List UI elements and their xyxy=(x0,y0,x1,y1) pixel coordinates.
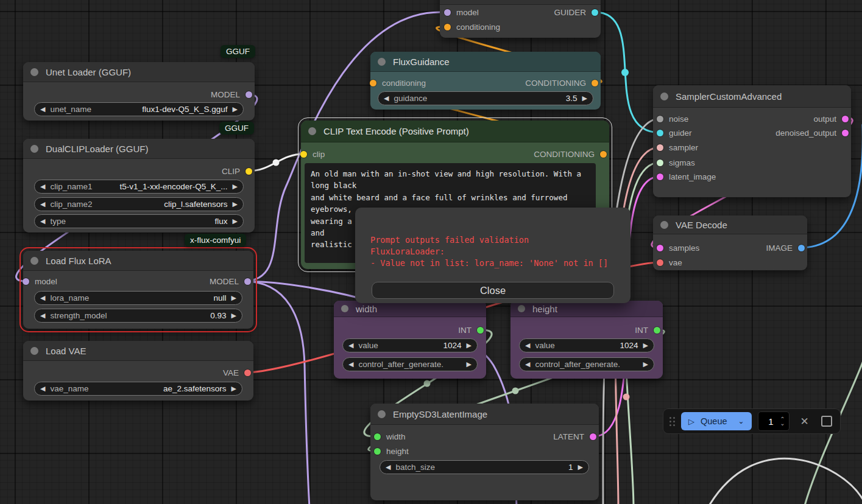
chevron-down-icon[interactable]: ⌄ xyxy=(738,417,744,425)
node-load-flux-lora-header[interactable]: Load Flux LoRA xyxy=(23,251,253,271)
decrement-arrow-icon[interactable]: ◀ xyxy=(525,342,530,349)
sigmas-port-icon[interactable] xyxy=(657,159,663,166)
output-denoised-output[interactable]: denoised_output xyxy=(775,126,849,139)
collapse-dot-icon[interactable] xyxy=(660,221,668,229)
input-guider[interactable]: guider xyxy=(657,126,692,139)
drag-handle-icon[interactable] xyxy=(669,417,675,426)
collapse-dot-icon[interactable] xyxy=(341,305,348,312)
node-guider[interactable]: model conditioning GUIDER xyxy=(440,0,601,38)
increment-arrow-icon[interactable]: ▶ xyxy=(467,342,472,349)
close-button[interactable]: Close xyxy=(372,282,614,299)
decrement-arrow-icon[interactable]: ◀ xyxy=(40,201,45,208)
collapse-dot-icon[interactable] xyxy=(518,305,525,312)
collapse-dot-icon[interactable] xyxy=(30,257,38,265)
latent-port-icon[interactable] xyxy=(657,173,663,180)
stop-icon[interactable] xyxy=(821,416,832,427)
vae-port-icon[interactable] xyxy=(244,369,251,376)
latent-port-icon[interactable] xyxy=(590,433,596,440)
increment-arrow-icon[interactable]: ▶ xyxy=(467,361,472,368)
output-vae[interactable]: VAE xyxy=(223,366,251,379)
widget-lora-name[interactable]: ◀ lora_name null ▶ xyxy=(34,291,242,305)
queue-button[interactable]: ▷ Queue ⌄ xyxy=(681,412,752,430)
clear-queue-icon[interactable]: ✕ xyxy=(800,415,809,428)
input-conditioning[interactable]: conditioning xyxy=(370,76,426,89)
node-width-header[interactable]: width xyxy=(334,301,486,317)
input-samples[interactable]: samples xyxy=(657,241,699,254)
model-port-icon[interactable] xyxy=(246,91,252,98)
collapse-dot-icon[interactable] xyxy=(378,410,386,418)
node-load-vae-header[interactable]: Load VAE xyxy=(23,341,253,361)
collapse-dot-icon[interactable] xyxy=(30,347,38,355)
node-load-vae[interactable]: Load VAE VAE ◀ vae_name ae_2.safetensors… xyxy=(23,341,253,401)
input-width[interactable]: width xyxy=(374,430,406,443)
sampler-port-icon[interactable] xyxy=(657,144,663,151)
latent-port-icon[interactable] xyxy=(657,245,663,251)
vae-port-icon[interactable] xyxy=(657,259,663,266)
node-load-flux-lora[interactable]: Load Flux LoRA model MODEL ◀ lora_name n… xyxy=(23,251,253,329)
node-guider-header[interactable] xyxy=(440,0,601,5)
node-vae-decode[interactable]: VAE Decode samples vae IMAGE xyxy=(653,215,807,270)
widget-clip-name1[interactable]: ◀ clip_name1 t5-v1_1-xxl-encoder-Q5_K_..… xyxy=(34,180,244,194)
input-noise[interactable]: noise xyxy=(657,112,688,125)
collapse-dot-icon[interactable] xyxy=(308,127,316,135)
node-unet-loader[interactable]: Unet Loader (GGUF) MODEL ◀ unet_name flu… xyxy=(23,62,255,121)
increment-arrow-icon[interactable]: ▶ xyxy=(233,183,238,190)
conditioning-port-icon[interactable] xyxy=(592,80,598,86)
input-sampler[interactable]: sampler xyxy=(657,141,698,154)
decrement-arrow-icon[interactable]: ◀ xyxy=(386,464,390,471)
increment-arrow-icon[interactable]: ▶ xyxy=(231,385,236,392)
int-port-icon[interactable] xyxy=(477,327,484,334)
increment-arrow-icon[interactable]: ▶ xyxy=(643,342,648,349)
widget-strength-model[interactable]: ◀ strength_model 0.93 ▶ xyxy=(34,309,242,323)
output-model[interactable]: MODEL xyxy=(211,88,252,101)
decrement-arrow-icon[interactable]: ◀ xyxy=(40,385,45,392)
clip-port-icon[interactable] xyxy=(246,168,252,175)
batch-count-input[interactable]: 1 ⌃ ⌄ xyxy=(758,411,790,431)
input-model[interactable]: model xyxy=(444,5,479,19)
node-height-header[interactable]: height xyxy=(510,301,663,317)
decrement-arrow-icon[interactable]: ◀ xyxy=(40,106,45,113)
model-port-icon[interactable] xyxy=(244,278,251,285)
widget-clip-name2[interactable]: ◀ clip_name2 clip_l.safetensors ▶ xyxy=(34,197,244,211)
increment-arrow-icon[interactable]: ▶ xyxy=(578,464,583,471)
output-model[interactable]: MODEL xyxy=(210,275,251,288)
node-unet-loader-header[interactable]: Unet Loader (GGUF) xyxy=(23,62,255,82)
output-int[interactable]: INT xyxy=(635,323,660,337)
int-port-icon[interactable] xyxy=(374,433,381,440)
input-clip[interactable]: clip xyxy=(300,147,325,161)
node-flux-guidance[interactable]: FluxGuidance conditioning CONDITIONING ◀… xyxy=(370,52,601,110)
noise-port-icon[interactable] xyxy=(657,116,663,122)
guider-port-icon[interactable] xyxy=(592,9,598,16)
node-sampler-header[interactable]: SamplerCustomAdvanced xyxy=(653,85,851,108)
output-int[interactable]: INT xyxy=(458,323,484,337)
increment-arrow-icon[interactable]: ▶ xyxy=(231,295,236,301)
input-conditioning[interactable]: conditioning xyxy=(444,20,500,33)
node-empty-sd3-latent[interactable]: EmptySD3LatentImage width height LATENT … xyxy=(370,404,599,500)
node-dual-clip-loader[interactable]: DualCLIPLoader (GGUF) CLIP ◀ clip_name1 … xyxy=(23,139,255,233)
queue-panel[interactable]: ▷ Queue ⌄ 1 ⌃ ⌄ ✕ xyxy=(663,408,841,434)
increment-arrow-icon[interactable]: ▶ xyxy=(233,218,238,225)
output-latent[interactable]: LATENT xyxy=(553,430,596,443)
increment-arrow-icon[interactable]: ▶ xyxy=(233,106,238,113)
int-port-icon[interactable] xyxy=(654,327,660,334)
decrement-arrow-icon[interactable]: ◀ xyxy=(525,361,530,368)
input-sigmas[interactable]: sigmas xyxy=(657,156,695,169)
widget-vae-name[interactable]: ◀ vae_name ae_2.safetensors ▶ xyxy=(34,382,242,396)
decrement-arrow-icon[interactable]: ◀ xyxy=(40,312,45,319)
node-vae-decode-header[interactable]: VAE Decode xyxy=(653,215,807,234)
conditioning-port-icon[interactable] xyxy=(444,24,451,30)
node-width[interactable]: width INT ◀ value 1024 ▶ ◀ control_after… xyxy=(334,301,486,379)
increment-arrow-icon[interactable]: ▶ xyxy=(231,312,236,319)
node-graph-canvas[interactable]: GGUF GGUF x-flux-comfyui model condition… xyxy=(0,0,862,504)
node-height[interactable]: height INT ◀ value 1024 ▶ ◀ control_afte… xyxy=(510,301,663,379)
decrement-arrow-icon[interactable]: ◀ xyxy=(40,218,45,225)
output-image[interactable]: IMAGE xyxy=(766,241,805,254)
increment-arrow-icon[interactable]: ▶ xyxy=(233,201,238,208)
decrement-arrow-icon[interactable]: ◀ xyxy=(40,295,45,301)
int-port-icon[interactable] xyxy=(374,448,381,455)
decrement-arrow-icon[interactable]: ◀ xyxy=(40,183,45,190)
widget-value[interactable]: ◀ value 1024 ▶ xyxy=(519,338,654,352)
decrement-arrow-icon[interactable]: ◀ xyxy=(348,342,353,349)
collapse-dot-icon[interactable] xyxy=(660,93,668,100)
model-port-icon[interactable] xyxy=(23,278,29,285)
